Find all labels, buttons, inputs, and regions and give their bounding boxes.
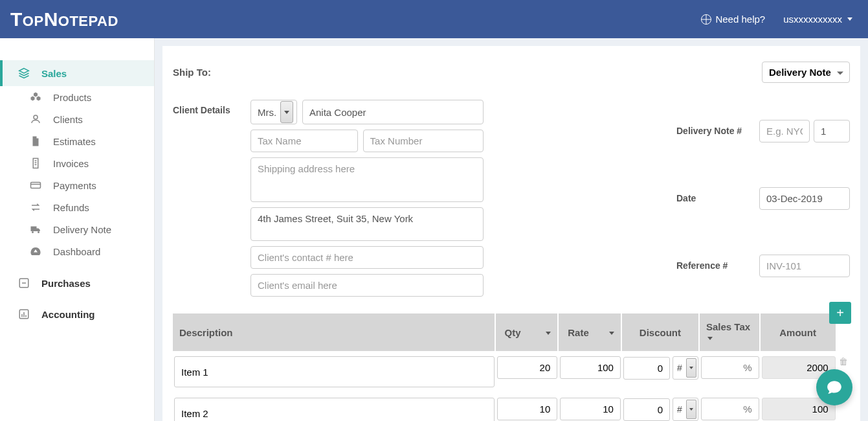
- chevron-down-icon: [609, 332, 614, 335]
- sidebar-label: Accounting: [41, 309, 95, 320]
- svg-rect-9: [25, 315, 27, 317]
- sidebar-item-products[interactable]: Products: [0, 86, 154, 108]
- svg-rect-2: [31, 183, 41, 188]
- th-discount[interactable]: Discount: [622, 313, 700, 351]
- user-icon: [28, 113, 43, 125]
- svg-marker-0: [19, 69, 29, 74]
- sidebar-label: Refunds: [53, 202, 89, 213]
- th-description[interactable]: Description: [173, 313, 496, 351]
- chat-button[interactable]: [816, 369, 852, 405]
- doc-type-select[interactable]: Delivery Note: [762, 62, 850, 83]
- sidebar-item-estimates[interactable]: Estimates: [0, 130, 154, 152]
- item-qty-input[interactable]: [497, 356, 558, 379]
- item-description-input[interactable]: [174, 356, 495, 387]
- chevron-down-icon: [546, 332, 551, 335]
- document-icon: [28, 157, 43, 169]
- client-name-input[interactable]: [302, 100, 484, 124]
- tax-name-input[interactable]: [250, 130, 358, 152]
- table-row: # 🗑: [173, 351, 850, 393]
- item-tax-input[interactable]: [701, 356, 759, 379]
- swap-icon: [28, 201, 43, 213]
- th-sales-tax[interactable]: Sales Tax: [700, 313, 761, 351]
- minus-square-icon: [17, 277, 31, 289]
- client-title-select[interactable]: Mrs.: [250, 100, 297, 124]
- sidebar-item-purchases[interactable]: Purchases: [0, 270, 154, 296]
- topbar: TOPNOTEPAD Need help? usxxxxxxxxxx: [0, 0, 868, 38]
- need-help-link[interactable]: Need help?: [701, 14, 765, 25]
- card-icon: [28, 179, 43, 191]
- svg-rect-7: [21, 314, 23, 317]
- discount-type-value: #: [677, 363, 682, 373]
- item-description-input[interactable]: [174, 398, 495, 421]
- sidebar-item-payments[interactable]: Payments: [0, 174, 154, 196]
- client-details-label: Client Details: [173, 100, 243, 297]
- app-logo[interactable]: TOPNOTEPAD: [10, 8, 118, 30]
- item-rate-input[interactable]: [560, 398, 621, 420]
- sidebar: Sales Products Clients Estimates Invoice…: [0, 38, 155, 421]
- client-contact-input[interactable]: [250, 246, 484, 269]
- gauge-icon: [28, 245, 43, 257]
- client-title-value: Mrs.: [258, 107, 276, 118]
- truck-icon: [28, 223, 43, 235]
- date-input[interactable]: [759, 187, 850, 210]
- sidebar-item-sales[interactable]: Sales: [0, 60, 154, 86]
- sidebar-label: Purchases: [41, 278, 91, 289]
- sidebar-label: Clients: [53, 114, 83, 125]
- item-rate-input[interactable]: [560, 356, 621, 379]
- sidebar-item-refunds[interactable]: Refunds: [0, 196, 154, 218]
- table-row: #: [173, 393, 850, 421]
- item-discount-input[interactable]: [623, 398, 670, 421]
- chat-icon: [826, 379, 843, 396]
- chevron-down-icon: [686, 358, 696, 378]
- globe-icon: [701, 14, 711, 25]
- item-tax-input[interactable]: [701, 398, 759, 420]
- need-help-label: Need help?: [715, 14, 765, 25]
- sidebar-item-clients[interactable]: Clients: [0, 108, 154, 130]
- chevron-down-icon: [707, 337, 713, 340]
- discount-type-select[interactable]: #: [673, 356, 698, 380]
- delivery-note-number-label: Delivery Note #: [676, 126, 754, 136]
- username-label: usxxxxxxxxxx: [783, 14, 842, 25]
- ship-to-label: Ship To:: [173, 67, 211, 78]
- sidebar-label: Products: [53, 92, 91, 103]
- user-menu[interactable]: usxxxxxxxxxx: [783, 14, 852, 25]
- caret-down-icon: [847, 17, 852, 21]
- sidebar-item-accounting[interactable]: Accounting: [0, 301, 154, 327]
- item-discount-input[interactable]: [623, 357, 670, 380]
- sidebar-label: Payments: [53, 180, 96, 191]
- add-row-button[interactable]: +: [829, 302, 851, 324]
- discount-type-select[interactable]: #: [673, 398, 698, 421]
- dn-number-input[interactable]: [814, 120, 850, 142]
- sidebar-label: Sales: [41, 68, 67, 79]
- shipping-address-input[interactable]: [250, 157, 484, 202]
- billing-address-input[interactable]: [250, 207, 484, 241]
- sidebar-item-dashboard[interactable]: Dashboard: [0, 240, 154, 262]
- chevron-down-icon: [280, 101, 293, 123]
- layers-icon: [17, 67, 31, 79]
- th-rate[interactable]: Rate: [559, 313, 622, 351]
- reference-input[interactable]: [759, 255, 850, 277]
- items-table: Description Qty Rate Discount Sales Tax …: [173, 313, 850, 421]
- date-label: Date: [676, 193, 754, 203]
- item-qty-input[interactable]: [497, 398, 558, 420]
- sidebar-item-delivery-note[interactable]: Delivery Note: [0, 218, 154, 240]
- cubes-icon: [28, 91, 43, 103]
- chart-icon: [17, 308, 31, 320]
- sidebar-label: Invoices: [53, 158, 89, 169]
- sidebar-label: Delivery Note: [53, 224, 111, 235]
- sidebar-label: Dashboard: [53, 246, 100, 257]
- main-content: Ship To: Delivery Note Client Details Mr…: [155, 38, 868, 421]
- svg-rect-8: [23, 312, 25, 317]
- chevron-down-icon: [686, 400, 696, 419]
- th-amount: Amount: [761, 313, 837, 351]
- dn-prefix-input[interactable]: [759, 120, 810, 142]
- sidebar-item-invoices[interactable]: Invoices: [0, 152, 154, 174]
- sidebar-label: Estimates: [53, 136, 96, 147]
- client-email-input[interactable]: [250, 274, 484, 297]
- th-qty[interactable]: Qty: [496, 313, 559, 351]
- tax-number-input[interactable]: [363, 130, 484, 152]
- discount-type-value: #: [677, 404, 682, 415]
- svg-point-1: [34, 115, 38, 119]
- file-icon: [28, 135, 43, 147]
- reference-label: Reference #: [676, 260, 754, 271]
